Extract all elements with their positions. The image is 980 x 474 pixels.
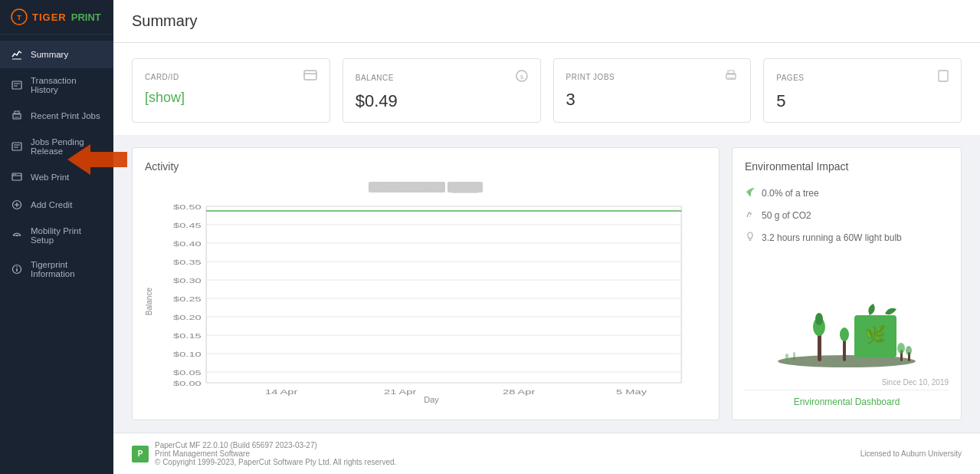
- environmental-dashboard-link[interactable]: Environmental Dashboard: [745, 390, 949, 407]
- content-area: Activity Balance history for ████ Balanc…: [113, 135, 980, 433]
- env-plants-svg: 🌿: [770, 285, 923, 369]
- since-date: Since Dec 10, 2019: [745, 378, 949, 387]
- svg-text:$0.25: $0.25: [173, 295, 202, 303]
- recent-print-jobs-icon: [11, 110, 23, 122]
- jobs-pending-release-icon: [11, 140, 23, 153]
- chart-container: Balance history for ████ Balance: [145, 182, 706, 404]
- svg-text:5 May: 5 May: [616, 388, 647, 396]
- sidebar-item-summary[interactable]: Summary: [0, 41, 113, 68]
- svg-text:$0.05: $0.05: [173, 369, 202, 377]
- env-stat-co2-text: 50 g of CO2: [762, 210, 811, 221]
- env-stat-bulb-text: 3.2 hours running a 60W light bulb: [762, 232, 902, 243]
- svg-text:$0.20: $0.20: [173, 314, 202, 321]
- svg-text:$0.35: $0.35: [173, 258, 202, 266]
- pages-value: 5: [776, 91, 949, 111]
- env-stat-bulb: 3.2 hours running a 60W light bulb: [745, 226, 949, 249]
- env-stat-co2: 50 g of CO2: [745, 204, 949, 226]
- env-stats: 0.0% of a tree 50 g of CO2: [745, 182, 949, 249]
- svg-text:🌿: 🌿: [865, 324, 887, 345]
- sidebar-item-transaction-history[interactable]: Transaction History: [0, 68, 113, 102]
- footer-left: P PaperCut MF 22.0.10 (Build 65697 2023-…: [132, 441, 396, 466]
- summary-icon: [11, 48, 23, 61]
- print-jobs-card: PRINT JOBS 3: [553, 58, 752, 123]
- svg-text:$0.30: $0.30: [173, 277, 202, 285]
- tigerprint-information-icon: [11, 263, 23, 275]
- cards-row: CARD/ID [show] BALANCE $: [113, 43, 980, 135]
- svg-text:$0.45: $0.45: [173, 222, 202, 229]
- mobility-print-setup-icon: [11, 229, 23, 242]
- svg-rect-62: [785, 354, 788, 363]
- papercut-logo: P: [132, 446, 149, 462]
- sidebar-item-add-credit-label: Add Credit: [31, 200, 72, 209]
- svg-rect-30: [939, 71, 948, 81]
- add-credit-icon: [11, 199, 23, 211]
- svg-text:$0.00: $0.00: [173, 380, 202, 387]
- svg-text:$0.15: $0.15: [173, 332, 202, 340]
- svg-rect-29: [728, 77, 734, 78]
- printer-icon: [724, 70, 738, 84]
- sidebar-item-web-print-label: Web Print: [31, 173, 69, 182]
- svg-text:28 Apr: 28 Apr: [503, 388, 535, 396]
- balance-card: BALANCE $ $0.49: [343, 58, 541, 123]
- svg-point-13: [13, 174, 14, 175]
- balance-chart: $0.50 $0.45 $0.40 $0.35 $0.30 $0.25 $0.2…: [156, 199, 706, 398]
- svg-rect-53: [206, 206, 681, 383]
- env-illustration: 🌿: [745, 258, 949, 375]
- print-jobs-label: PRINT JOBS: [566, 73, 615, 81]
- svg-point-14: [15, 174, 16, 175]
- svg-text:$0.50: $0.50: [173, 203, 202, 211]
- svg-point-72: [897, 343, 905, 354]
- page-icon: [938, 70, 949, 85]
- footer-product-name: PaperCut MF 22.0.10 (Build 65697 2023-03…: [155, 441, 396, 449]
- chart-svg-wrap: $0.50 $0.45 $0.40 $0.35 $0.30 $0.25 $0.2…: [156, 199, 706, 404]
- svg-rect-63: [793, 352, 795, 360]
- footer-copyright: © Copyright 1999-2023, PaperCut Software…: [155, 458, 396, 466]
- logo-tiger-text: TIGER: [32, 12, 67, 23]
- sidebar-item-mobility-print-setup[interactable]: Mobility Print Setup: [0, 219, 113, 252]
- main-content: Summary CARD/ID [show] BALANCE: [113, 0, 980, 474]
- smoke-icon: [745, 209, 755, 222]
- card-id-value[interactable]: [show]: [145, 90, 317, 106]
- sidebar-item-tigerprint-information-label: Tigerprint Information: [31, 260, 103, 278]
- sidebar-item-web-print[interactable]: Web Print: [0, 163, 113, 191]
- sidebar-item-add-credit[interactable]: Add Credit: [0, 191, 113, 219]
- env-stat-tree: 0.0% of a tree: [745, 182, 949, 204]
- environmental-panel: Environmental Impact 0.0% of a tree: [732, 147, 962, 420]
- sidebar-item-summary-label: Summary: [31, 50, 68, 59]
- sidebar-item-tigerprint-information[interactable]: Tigerprint Information: [0, 252, 113, 286]
- card-id-header: CARD/ID: [145, 70, 317, 84]
- sidebar-item-jobs-pending-release[interactable]: Jobs Pending Release: [0, 130, 113, 163]
- svg-point-66: [815, 313, 823, 325]
- svg-rect-23: [304, 71, 316, 80]
- svg-rect-67: [843, 338, 846, 361]
- footer-product-info: PaperCut MF 22.0.10 (Build 65697 2023-03…: [155, 441, 396, 466]
- svg-point-74: [906, 346, 912, 355]
- svg-point-22: [16, 266, 18, 268]
- svg-point-68: [840, 328, 849, 341]
- pages-card: PAGES 5: [763, 58, 962, 123]
- sidebar-item-recent-print-jobs-label: Recent Print Jobs: [31, 111, 100, 120]
- activity-panel: Activity Balance history for ████ Balanc…: [132, 147, 719, 420]
- card-id-card: CARD/ID [show]: [132, 58, 330, 123]
- page-title: Summary: [132, 12, 962, 30]
- environmental-title: Environmental Impact: [745, 160, 949, 173]
- print-jobs-header: PRINT JOBS: [566, 70, 739, 84]
- svg-text:T: T: [17, 14, 21, 21]
- chart-area: Balance: [145, 199, 706, 404]
- card-id-label: CARD/ID: [145, 73, 179, 81]
- leaf-icon: [745, 186, 755, 199]
- pages-label: PAGES: [776, 74, 804, 82]
- coin-icon: $: [516, 70, 528, 85]
- sidebar-item-recent-print-jobs[interactable]: Recent Print Jobs: [0, 102, 113, 130]
- sidebar: T TIGER PRINT Summary Tr: [0, 0, 113, 474]
- pages-header: PAGES: [776, 70, 949, 85]
- tiger-logo-icon: T: [11, 8, 28, 25]
- balance-label: BALANCE: [356, 74, 394, 82]
- bulb-icon: [745, 231, 755, 244]
- svg-text:$0.10: $0.10: [173, 351, 202, 358]
- svg-rect-8: [12, 143, 21, 150]
- svg-point-19: [16, 235, 18, 236]
- footer-licensed: Licensed to Auburn University: [860, 449, 962, 458]
- print-jobs-value: 3: [566, 90, 739, 110]
- svg-text:$0.40: $0.40: [173, 240, 202, 248]
